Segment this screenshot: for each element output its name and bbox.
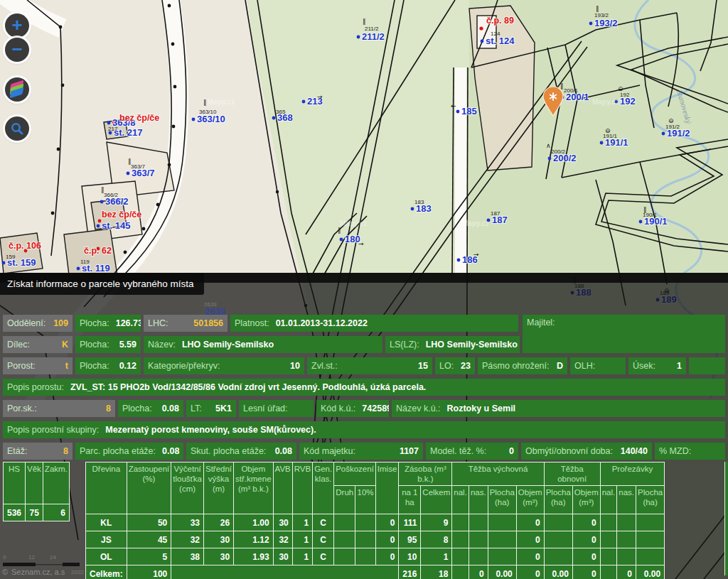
table-cell: 32 xyxy=(273,531,292,548)
table-cell xyxy=(600,531,617,548)
table-cell: 0 xyxy=(375,531,398,548)
table-cell: 1.00 xyxy=(234,514,274,531)
table-cell xyxy=(488,514,516,531)
map-symbol: ∥ xyxy=(203,99,207,106)
parcel-point-dot xyxy=(357,36,360,39)
map-attribution: Seznam.cz, a.s xyxy=(11,568,65,576)
table-cell xyxy=(452,531,469,548)
table-cell: 75 xyxy=(26,504,43,521)
table-cell: 0.00 xyxy=(636,566,665,579)
table-cell: 45 xyxy=(127,531,171,548)
parcel-point-dot xyxy=(639,220,643,224)
column-header: Střední výška (m) xyxy=(203,462,233,514)
table-cell: 0.00 xyxy=(488,566,516,579)
table-cell: 32 xyxy=(171,531,204,548)
table-cell: 1 xyxy=(292,548,312,566)
table-cell xyxy=(488,531,516,548)
parcel-label-small: 363/7 xyxy=(131,163,146,170)
column-subheader: Objem (m³) xyxy=(572,486,600,514)
map-symbol: → xyxy=(473,251,479,258)
table-cell xyxy=(334,531,355,548)
table-cell xyxy=(469,514,488,531)
column-header: Imise xyxy=(375,462,398,514)
column-header: Dřevina xyxy=(86,462,127,514)
map-symbol: → xyxy=(358,240,364,247)
column-header: Zastoupení (%) xyxy=(127,462,171,514)
scale-tick: 12 xyxy=(28,554,35,561)
table-cell: 0 xyxy=(617,566,636,579)
table-cell: 216 xyxy=(399,566,421,579)
table-cell: 38 xyxy=(171,548,204,566)
table-cell xyxy=(600,514,617,531)
column-subheader: Objem (m³) xyxy=(516,486,544,514)
table-cell xyxy=(171,566,399,579)
building-label: č.p. 62 xyxy=(84,246,112,256)
map-symbol: ∥ xyxy=(363,18,366,25)
species-detail-table: DřevinaZastoupení (%)Výčetní tloušťka (c… xyxy=(85,462,665,579)
table-cell: C xyxy=(313,514,334,531)
table-cell: 1 xyxy=(292,531,312,548)
table-cell: 0 xyxy=(572,514,600,531)
parcel-label: 211/2 xyxy=(362,31,385,42)
column-subheader: nal. xyxy=(452,486,469,514)
parcel-label: st. 124 xyxy=(486,36,515,46)
table-cell: 33 xyxy=(171,514,204,531)
parcel-label: 363/10 xyxy=(197,114,225,124)
column-subheader: nal. xyxy=(600,486,617,514)
table-cell: 0 xyxy=(572,531,600,548)
parcel-label-small: 183 xyxy=(414,199,424,205)
table-cell xyxy=(469,531,488,548)
table-cell: KL xyxy=(86,514,127,531)
table-cell xyxy=(452,514,469,531)
parcel-label: 185 xyxy=(461,106,477,117)
parcel-label-small: 211/2 xyxy=(365,26,379,32)
column-header: Prořezávky xyxy=(600,462,664,486)
table-row: OL538301.93301C010100 xyxy=(86,548,665,566)
table-cell xyxy=(355,531,376,548)
parcel-point-dot xyxy=(456,110,460,114)
column-header: Těžba výchovná xyxy=(452,462,544,486)
table-cell: 0 xyxy=(375,514,398,531)
parcel-point-dot xyxy=(457,259,461,262)
column-subheader: Celkem xyxy=(421,486,452,514)
zoom-in-button[interactable]: + xyxy=(5,13,29,38)
map-watermark: Mapy.cz xyxy=(462,220,489,227)
parcel-label-small: 200/2 xyxy=(551,148,566,155)
table-row: KL5033261.00301C0111900 xyxy=(86,514,665,531)
table-cell xyxy=(600,566,617,579)
table-cell: C xyxy=(313,548,334,566)
plus-icon: + xyxy=(11,14,22,36)
building-label: bez čp/če xyxy=(102,210,141,220)
table-cell: 0 xyxy=(516,531,544,548)
column-header: Objem stř.kmene (m³ b.k.) xyxy=(234,462,274,514)
parcel-point-dot xyxy=(481,40,484,43)
parcel-label-small: 365 xyxy=(276,109,286,115)
parcel-point-dot xyxy=(340,238,343,242)
table-cell: 0 xyxy=(516,514,544,531)
parcel-label-small: 124 xyxy=(491,31,500,37)
stand-summary-table: HSVěkZakm.536756 xyxy=(3,462,70,521)
table-cell: 1 xyxy=(421,548,452,566)
column-header: Zakm. xyxy=(43,462,69,504)
table-overflow-sliver xyxy=(724,462,728,575)
column-subheader: 10% xyxy=(355,486,376,514)
table-cell: 26 xyxy=(203,514,233,531)
map-symbol: ∥ xyxy=(643,206,647,213)
table-cell: 1.12 xyxy=(234,531,274,548)
parcel-label-small: 192 xyxy=(620,92,630,98)
table-cell: 111 xyxy=(399,514,421,531)
parcel-label-small: 363/10 xyxy=(199,109,217,115)
parcel-point-dot xyxy=(272,117,276,120)
table-total-row: Celkem:1002161800.0000.00000.00 xyxy=(86,566,665,579)
total-label: Celkem: xyxy=(86,566,127,579)
parcel-point-dot xyxy=(2,261,6,265)
parcel-label-small: 119 xyxy=(80,259,90,265)
search-button[interactable] xyxy=(5,117,29,141)
column-subheader: Druh xyxy=(334,486,355,514)
building-label: č.p. 89 xyxy=(486,16,514,26)
table-cell xyxy=(544,531,572,548)
table-cell: 30 xyxy=(203,548,233,566)
layers-button[interactable] xyxy=(5,77,29,102)
zoom-out-button[interactable]: − xyxy=(5,38,29,62)
column-header: HS xyxy=(4,462,26,504)
